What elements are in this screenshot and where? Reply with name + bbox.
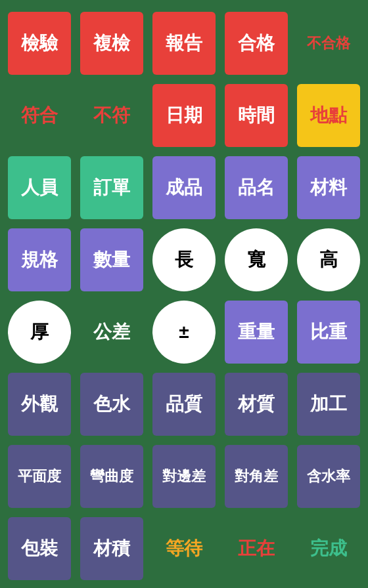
sticker-item[interactable]: 寬: [225, 228, 288, 291]
sticker-item[interactable]: 品名: [225, 156, 288, 219]
sticker-item[interactable]: 品質: [152, 373, 216, 436]
sticker-item[interactable]: 數量: [80, 228, 143, 291]
sticker-item[interactable]: 對角差: [225, 445, 288, 508]
sticker-item[interactable]: 材料: [297, 156, 360, 219]
sticker-item[interactable]: 人員: [8, 156, 71, 219]
sticker-item[interactable]: 不合格: [297, 12, 360, 75]
sticker-item[interactable]: 符合: [8, 84, 71, 147]
sticker-item[interactable]: 複檢: [80, 12, 143, 75]
sticker-item[interactable]: 加工: [297, 373, 360, 436]
sticker-item[interactable]: 正在: [225, 517, 288, 580]
sticker-item[interactable]: 彎曲度: [80, 445, 143, 508]
sticker-grid: 檢驗複檢報告合格不合格符合不符日期時間地點人員訂單成品品名材料規格數量長寬高厚公…: [8, 12, 360, 580]
sticker-item[interactable]: 成品: [152, 156, 216, 219]
sticker-item[interactable]: 重量: [225, 301, 288, 364]
sticker-item[interactable]: 完成: [297, 517, 360, 580]
sticker-item[interactable]: 外觀: [8, 373, 71, 436]
sticker-item[interactable]: 含水率: [297, 445, 360, 508]
sticker-item[interactable]: 日期: [152, 84, 216, 147]
sticker-item[interactable]: 規格: [8, 228, 71, 291]
sticker-item[interactable]: 比重: [297, 301, 360, 364]
sticker-item[interactable]: 地點: [297, 84, 360, 147]
sticker-item[interactable]: 包裝: [8, 517, 71, 580]
sticker-item[interactable]: ±: [152, 301, 216, 364]
sticker-item[interactable]: 材積: [80, 517, 143, 580]
sticker-item[interactable]: 不符: [80, 84, 143, 147]
sticker-item[interactable]: 色水: [80, 373, 143, 436]
sticker-item[interactable]: 長: [152, 228, 216, 291]
sticker-item[interactable]: 訂單: [80, 156, 143, 219]
sticker-item[interactable]: 厚: [8, 301, 71, 364]
sticker-item[interactable]: 高: [297, 228, 360, 291]
sticker-item[interactable]: 檢驗: [8, 12, 71, 75]
sticker-item[interactable]: 材質: [225, 373, 288, 436]
sticker-item[interactable]: 時間: [225, 84, 288, 147]
sticker-item[interactable]: 平面度: [8, 445, 71, 508]
sticker-item[interactable]: 合格: [225, 12, 288, 75]
sticker-item[interactable]: 公差: [80, 301, 143, 364]
sticker-item[interactable]: 對邊差: [152, 445, 216, 508]
sticker-item[interactable]: 等待: [152, 517, 216, 580]
sticker-item[interactable]: 報告: [152, 12, 216, 75]
